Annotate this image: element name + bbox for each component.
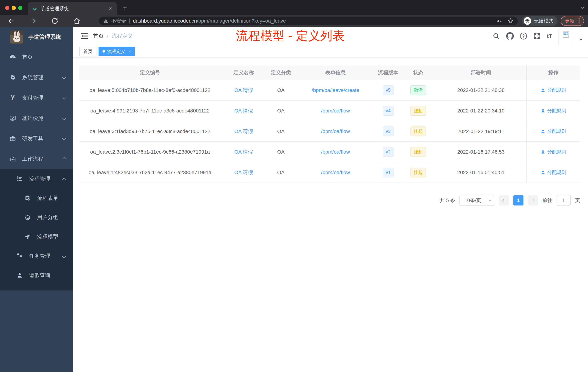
briefcase-icon (9, 155, 16, 163)
tag-home[interactable]: 首页 (79, 47, 96, 56)
form-link[interactable]: /bpm/oa/leave/create (312, 87, 359, 93)
definition-name-link[interactable]: OA 请假 (234, 107, 253, 114)
definition-id: oa_leave:3:1fad3d93-7b75-11ec-a3c8-acde4… (79, 121, 221, 142)
fullscreen-icon[interactable] (533, 32, 541, 40)
sidebar-item-label: 首页 (22, 54, 33, 61)
reload-icon[interactable] (51, 17, 59, 25)
form-link[interactable]: /bpm/oa/flow (321, 129, 350, 134)
tab-close-icon[interactable] (108, 6, 112, 11)
app-window: 芋道管理系统 首页 系统管理 ¥ 支付管理 (0, 27, 588, 372)
definition-category: OA (266, 121, 295, 142)
definition-name-link[interactable]: OA 请假 (234, 87, 253, 94)
toolbox-icon (9, 135, 16, 142)
breadcrumb-home[interactable]: 首页 (93, 33, 104, 40)
star-icon[interactable] (507, 18, 514, 24)
search-icon[interactable] (492, 32, 500, 40)
sidebar-item-infra[interactable]: 基础设施 (0, 108, 73, 129)
form-edit-icon (24, 195, 31, 202)
sidebar-item-label: 研发工具 (22, 135, 43, 142)
tab-search-caret-icon[interactable] (581, 5, 584, 9)
definition-name-link[interactable]: OA 请假 (234, 169, 253, 176)
font-size-icon[interactable]: tT (547, 33, 552, 39)
sidebar-item-task-mgmt[interactable]: 任务管理 (0, 246, 73, 266)
version-badge: v5 (383, 85, 394, 95)
goto-page-input[interactable] (556, 195, 571, 206)
url-path[interactable]: /bpm/manager/definition?key=oa_leave (197, 18, 286, 24)
sidebar-item-payment[interactable]: ¥ 支付管理 (0, 88, 73, 108)
security-label[interactable]: 不安全 (111, 18, 126, 24)
chevron-down-icon (489, 198, 492, 201)
sidebar-item-user-group[interactable]: 用户分组 (0, 208, 73, 227)
window-minimize-button[interactable] (12, 6, 16, 10)
prev-page-button[interactable] (499, 195, 509, 206)
sidebar-item-label: 请假查询 (29, 272, 50, 279)
page-size-value: 10条/页 (464, 197, 481, 204)
sidebar-item-label: 流程表单 (37, 195, 58, 202)
sidebar-item-system[interactable]: 系统管理 (0, 67, 73, 88)
form-link[interactable]: /bpm/oa/flow (321, 170, 350, 175)
main-area: 首页 / 流程定义 ? tT (73, 27, 588, 372)
definition-name-link[interactable]: OA 请假 (234, 149, 253, 155)
sidebar-item-process-form[interactable]: 流程表单 (0, 188, 73, 208)
definition-name-link[interactable]: OA 请假 (234, 128, 253, 135)
key-icon[interactable] (496, 18, 502, 24)
gear-icon (9, 74, 16, 81)
forward-icon[interactable] (29, 17, 37, 25)
column-header: 部署时间 (435, 66, 526, 80)
window-close-button[interactable] (5, 6, 9, 10)
assign-rule-button[interactable]: 分配规则 (541, 169, 566, 176)
new-tab-button[interactable] (121, 4, 129, 12)
form-link[interactable]: /bpm/oa/flow (321, 149, 350, 155)
update-button[interactable]: 更新 (561, 16, 584, 26)
assign-rule-button[interactable]: 分配规则 (541, 128, 566, 134)
column-header: 表单信息 (295, 66, 376, 80)
back-icon[interactable] (7, 17, 15, 25)
sidebar-item-workflow[interactable]: 工作流程 (0, 149, 73, 169)
chevron-down-icon (62, 137, 66, 141)
assign-rule-button[interactable]: 分配规则 (541, 149, 566, 155)
help-icon[interactable]: ? (520, 33, 527, 40)
annotation-overlay: 流程模型 - 定义列表 (236, 28, 345, 44)
tab-favicon-icon (32, 6, 37, 11)
browser-tab[interactable]: 芋道管理系统 (28, 2, 117, 15)
avatar[interactable] (558, 29, 573, 46)
version-badge: v2 (383, 147, 394, 157)
next-page-button[interactable] (528, 195, 538, 206)
breadcrumb-separator: / (107, 33, 108, 39)
sidebar-item-devtools[interactable]: 研发工具 (0, 129, 73, 149)
tag-label: 流程定义 (107, 48, 126, 55)
assign-rule-button[interactable]: 分配规则 (541, 87, 566, 93)
page-number-button[interactable]: 1 (513, 195, 524, 206)
definition-category: OA (266, 142, 295, 162)
more-dots-icon[interactable] (578, 18, 580, 24)
tag-close-icon[interactable]: × (128, 49, 131, 53)
tag-process-definition[interactable]: 流程定义 × (99, 47, 135, 56)
sidebar-item-label: 基础设施 (22, 115, 43, 122)
chevron-right-icon (531, 199, 535, 202)
home-icon[interactable] (73, 17, 81, 25)
assign-rule-button[interactable]: 分配规则 (541, 108, 566, 114)
sidebar-item-process-model[interactable]: 流程模型 (0, 227, 73, 246)
sidebar-logo[interactable]: 芋道管理系统 (0, 27, 73, 47)
update-label[interactable]: 更新 (565, 18, 575, 24)
url-host[interactable]: dashboard.yudao.iocoder.cn (133, 18, 197, 24)
window-zoom-button[interactable] (18, 6, 22, 10)
pagination-total: 共 5 条 (440, 197, 455, 204)
caret-down-icon[interactable] (579, 39, 583, 41)
sidebar-item-process-mgmt[interactable]: 流程管理 (0, 169, 73, 188)
status-badge: 挂起 (410, 168, 426, 177)
page-size-select[interactable]: 10条/页 (460, 195, 494, 206)
tab-title: 芋道管理系统 (40, 5, 108, 12)
sidebar-item-home[interactable]: 首页 (0, 47, 73, 67)
user-group-icon (24, 214, 31, 221)
definition-category: OA (266, 101, 295, 121)
form-link[interactable]: /bpm/oa/flow (321, 108, 350, 114)
warning-icon[interactable] (103, 18, 109, 24)
hamburger-icon[interactable] (80, 32, 88, 40)
browser-toolbar: 不安全 dashboard.yudao.iocoder.cn/bpm/manag… (0, 15, 588, 27)
url-bar[interactable]: 不安全 dashboard.yudao.iocoder.cn/bpm/manag… (99, 17, 518, 25)
deploy-time: 2022-01-16 01:40:51 (435, 162, 526, 183)
incognito-icon (524, 17, 531, 25)
sidebar-item-leave-query[interactable]: 请假查询 (0, 266, 73, 285)
github-icon[interactable] (506, 32, 514, 40)
